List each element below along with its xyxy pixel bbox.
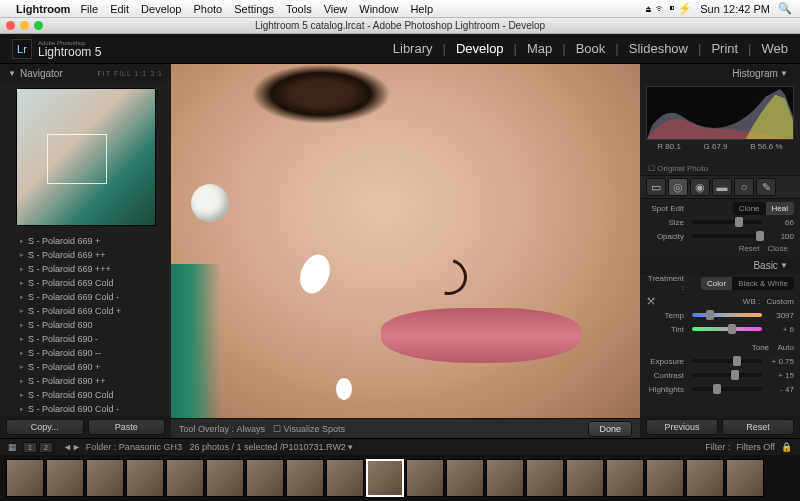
minimize-window-button[interactable] [20, 21, 29, 30]
visualize-spots[interactable]: Visualize Spots [284, 424, 345, 434]
filmstrip-thumb[interactable] [566, 459, 604, 497]
navigator-thumb[interactable] [0, 82, 171, 232]
module-book[interactable]: Book [576, 41, 606, 56]
opacity-slider[interactable] [692, 234, 762, 238]
paste-button[interactable]: Paste [88, 419, 166, 435]
preset-item[interactable]: S - Polaroid 690 - [6, 332, 165, 346]
preset-item[interactable]: S - Polaroid 669 Cold + [6, 304, 165, 318]
preset-item[interactable]: S - Polaroid 669 Cold - [6, 290, 165, 304]
filmstrip-thumb[interactable] [126, 459, 164, 497]
preset-item[interactable]: S - Polaroid 690 Cold [6, 388, 165, 402]
filmstrip-thumb[interactable] [726, 459, 764, 497]
zoom-window-button[interactable] [34, 21, 43, 30]
module-library[interactable]: Library [393, 41, 433, 56]
folder-label[interactable]: Folder : Panasonic GH3 [86, 442, 182, 452]
menu-file[interactable]: File [80, 3, 98, 15]
preset-item[interactable]: S - Polaroid 690 + [6, 360, 165, 374]
module-print[interactable]: Print [711, 41, 738, 56]
menu-edit[interactable]: Edit [110, 3, 129, 15]
filmstrip-thumb[interactable] [366, 459, 404, 497]
radial-tool[interactable]: ○ [734, 178, 754, 196]
eyedropper-icon[interactable]: ⤧ [646, 294, 656, 308]
filmstrip-thumb[interactable] [526, 459, 564, 497]
filmstrip-thumb[interactable] [86, 459, 124, 497]
clock[interactable]: Sun 12:42 PM [700, 3, 770, 15]
preset-item[interactable]: S - Polaroid 690 -- [6, 346, 165, 360]
nav-fwd-icon[interactable]: ► [72, 442, 81, 452]
tint-slider[interactable] [692, 327, 762, 331]
treatment-bw[interactable]: Black & White [732, 277, 794, 290]
app-name[interactable]: Lightroom [16, 3, 70, 15]
clone-toggle[interactable]: Clone [733, 202, 766, 215]
preset-item[interactable]: S - Polaroid 669 Cold [6, 276, 165, 290]
spot-close[interactable]: Close [768, 244, 788, 253]
menu-photo[interactable]: Photo [193, 3, 222, 15]
done-button[interactable]: Done [588, 421, 632, 437]
filmstrip-thumb[interactable] [606, 459, 644, 497]
close-window-button[interactable] [6, 21, 15, 30]
preset-item[interactable]: S - Polaroid 690 Cold - [6, 402, 165, 416]
heal-spot[interactable] [336, 378, 352, 400]
contrast-slider[interactable] [692, 373, 762, 377]
spot-tool[interactable]: ◎ [668, 178, 688, 196]
filmstrip-thumb[interactable] [486, 459, 524, 497]
navigator-modes[interactable]: FIT FILL 1:1 3:1 [98, 70, 163, 77]
size-slider[interactable] [692, 220, 762, 224]
wb-value[interactable]: Custom [766, 297, 794, 306]
preset-item[interactable]: S - Polaroid 690 [6, 318, 165, 332]
preset-item[interactable]: S - Polaroid 669 + [6, 234, 165, 248]
spot-reset[interactable]: Reset [739, 244, 760, 253]
grid-icon[interactable]: ▦ [8, 442, 17, 452]
menu-help[interactable]: Help [410, 3, 433, 15]
filmstrip-thumb[interactable] [446, 459, 484, 497]
filmstrip-thumb[interactable] [646, 459, 684, 497]
copy-button[interactable]: Copy... [6, 419, 84, 435]
navigator-header[interactable]: ▼ Navigator FIT FILL 1:1 3:1 [0, 64, 171, 82]
menu-tools[interactable]: Tools [286, 3, 312, 15]
tool-overlay-value[interactable]: Always [237, 424, 266, 434]
original-photo-toggle[interactable]: ☐ Original Photo [640, 162, 800, 175]
auto-tone[interactable]: Auto [778, 343, 794, 352]
spotlight-icon[interactable]: 🔍 [778, 2, 792, 15]
redeye-tool[interactable]: ◉ [690, 178, 710, 196]
basic-header[interactable]: Basic ▼ [640, 256, 800, 274]
filmstrip-thumb[interactable] [206, 459, 244, 497]
filmstrip-thumb[interactable] [406, 459, 444, 497]
reset-button[interactable]: Reset [722, 419, 794, 435]
wifi-icon[interactable]: ⏏ ᯤ ◧ ⚡ [646, 2, 692, 15]
heal-spot[interactable] [295, 250, 335, 297]
histogram-header[interactable]: Histogram ▼ [640, 64, 800, 82]
filmstrip-thumb[interactable] [326, 459, 364, 497]
previous-button[interactable]: Previous [646, 419, 718, 435]
filmstrip-thumb[interactable] [166, 459, 204, 497]
photo-canvas[interactable] [171, 64, 640, 418]
menu-view[interactable]: View [324, 3, 348, 15]
module-develop[interactable]: Develop [456, 41, 504, 56]
histogram[interactable]: R 80.1 G 67.9 B 56.6 % [640, 82, 800, 162]
treatment-color[interactable]: Color [701, 277, 732, 290]
menu-develop[interactable]: Develop [141, 3, 181, 15]
heal-toggle[interactable]: Heal [766, 202, 794, 215]
crop-tool[interactable]: ▭ [646, 178, 666, 196]
exposure-slider[interactable] [692, 359, 762, 363]
filmstrip-thumb[interactable] [286, 459, 324, 497]
menu-settings[interactable]: Settings [234, 3, 274, 15]
page-1[interactable]: 1 [23, 442, 37, 453]
filmstrip-thumb[interactable] [46, 459, 84, 497]
filmstrip-thumb[interactable] [246, 459, 284, 497]
module-map[interactable]: Map [527, 41, 552, 56]
brush-tool[interactable]: ✎ [756, 178, 776, 196]
filmstrip-thumb[interactable] [6, 459, 44, 497]
highlights-slider[interactable] [692, 387, 762, 391]
preset-item[interactable]: S - Polaroid 690 ++ [6, 374, 165, 388]
module-slideshow[interactable]: Slideshow [629, 41, 688, 56]
page-2[interactable]: 2 [39, 442, 53, 453]
temp-slider[interactable] [692, 313, 762, 317]
filmstrip-thumb[interactable] [686, 459, 724, 497]
filters-off[interactable]: Filters Off [736, 442, 775, 452]
module-web[interactable]: Web [762, 41, 789, 56]
nav-back-icon[interactable]: ◄ [63, 442, 72, 452]
preset-item[interactable]: S - Polaroid 669 +++ [6, 262, 165, 276]
crop-indicator[interactable] [47, 134, 107, 184]
preset-item[interactable]: S - Polaroid 669 ++ [6, 248, 165, 262]
